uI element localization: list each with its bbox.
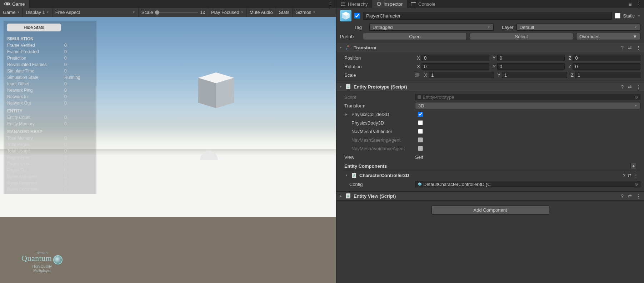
- foldout-icon[interactable]: ▼: [339, 46, 343, 49]
- tag-dropdown[interactable]: Untagged▼: [369, 24, 494, 31]
- constrain-scale-icon[interactable]: ⛓: [415, 72, 419, 77]
- foldout-icon[interactable]: ▶: [344, 113, 349, 116]
- subcomp-cc3d-header[interactable]: ▼ # CharacterController3D ? ⇄ ⋮: [344, 171, 640, 180]
- help-icon[interactable]: ?: [620, 45, 625, 50]
- display-dropdown[interactable]: Display 1▼: [23, 8, 52, 17]
- gizmos-dropdown[interactable]: Gizmos▼: [293, 8, 318, 17]
- prefab-overrides-dropdown[interactable]: Overrides▼: [576, 33, 640, 40]
- prefab-open-button[interactable]: Open: [363, 33, 467, 40]
- script-icon: #: [351, 172, 357, 179]
- svg-rect-13: [629, 4, 631, 6]
- navpath-label: NavMeshPathfinder: [351, 129, 415, 134]
- stats-row: Pages Used0: [4, 161, 96, 167]
- context-menu-icon[interactable]: ⋮: [635, 84, 642, 90]
- preset-icon[interactable]: ⇄: [628, 173, 631, 178]
- add-component-button[interactable]: Add Component: [431, 206, 549, 214]
- panel-menu-icon[interactable]: ⋮: [634, 0, 644, 8]
- help-icon[interactable]: ?: [620, 193, 625, 199]
- hide-stats-button[interactable]: Hide Stats: [7, 24, 61, 31]
- tab-game-label: Game: [12, 1, 25, 7]
- tab-inspector[interactable]: Inspector: [372, 0, 407, 8]
- scale-x-input[interactable]: [429, 72, 494, 78]
- scale-z-input[interactable]: [575, 72, 640, 78]
- navavoid-label: NavMeshAvoidanceAgent: [351, 146, 415, 151]
- position-x-input[interactable]: [421, 55, 489, 61]
- stats-row: Pages Full0: [4, 167, 96, 173]
- add-entity-component-button[interactable]: +: [630, 163, 637, 169]
- physics-collider-checkbox[interactable]: [418, 112, 423, 117]
- stats-row: Network Ping0: [4, 87, 96, 94]
- context-menu-icon[interactable]: ⋮: [635, 45, 642, 50]
- tab-hierarchy[interactable]: Hierarchy: [336, 0, 372, 8]
- svg-rect-12: [411, 2, 416, 3]
- script-icon: #: [345, 193, 351, 199]
- object-picker-icon[interactable]: ⊙: [635, 182, 638, 187]
- scale-label: Scale: [344, 72, 412, 78]
- layer-dropdown[interactable]: Default▼: [516, 24, 641, 31]
- stats-row: Bytes Commited0: [4, 186, 96, 193]
- stats-row: Bytes Allocated0: [4, 173, 96, 180]
- preset-icon[interactable]: ⇄: [627, 193, 633, 199]
- stats-row: Total Pages0: [4, 141, 96, 148]
- mute-audio-button[interactable]: Mute Audio: [247, 8, 276, 17]
- navavoid-checkbox: [418, 146, 423, 151]
- position-y-input[interactable]: [497, 55, 565, 61]
- component-transform-header[interactable]: ▼ Transform ? ⇄ ⋮: [336, 43, 644, 52]
- rotation-y-input[interactable]: [497, 63, 565, 70]
- preset-icon[interactable]: ⇄: [627, 84, 633, 90]
- view-value: Self: [415, 155, 423, 160]
- navsteer-label: NavMeshSteeringAgent: [351, 137, 415, 143]
- position-z-input[interactable]: [573, 55, 640, 61]
- svg-point-6: [341, 4, 342, 4]
- object-picker-icon[interactable]: ⊙: [635, 95, 638, 100]
- scale-y-input[interactable]: [502, 72, 567, 78]
- rotation-x-input[interactable]: [421, 63, 489, 70]
- foldout-icon[interactable]: ▼: [339, 85, 343, 89]
- component-transform-body: Position X Y Z Rotation X Y Z: [336, 52, 644, 82]
- gameobject-active-checkbox[interactable]: [354, 13, 360, 19]
- game-tabbar: Game ⋮: [0, 0, 336, 8]
- gameobject-name-input[interactable]: [363, 12, 612, 20]
- quantum-ring-icon: [53, 255, 63, 264]
- svg-point-3: [8, 3, 9, 4]
- game-view-dropdown[interactable]: Game▼: [0, 8, 23, 17]
- stats-button[interactable]: Stats: [276, 8, 293, 17]
- position-label: Position: [344, 55, 412, 61]
- stats-overlay: Hide Stats SIMULATIONFrame Verified0Fram…: [4, 21, 96, 194]
- stats-row: Simulate Time0: [4, 68, 96, 74]
- panel-menu-icon[interactable]: ⋮: [326, 0, 336, 8]
- inspector-icon: [376, 1, 381, 6]
- physics-body-checkbox[interactable]: [418, 120, 423, 125]
- context-menu-icon[interactable]: ⋮: [634, 173, 638, 178]
- stats-row: Prediction0: [4, 55, 96, 61]
- physics-body-label: PhysicsBody3D: [351, 120, 415, 126]
- cc3d-config-field[interactable]: DefaultCharacterController3D (C ⊙: [415, 181, 640, 187]
- proto-transform-dropdown[interactable]: 3D▼: [415, 102, 640, 109]
- help-icon[interactable]: ?: [620, 84, 625, 90]
- preset-icon[interactable]: ⇄: [627, 45, 633, 50]
- playmode-dropdown[interactable]: Play Focused▼: [208, 8, 246, 17]
- component-entityview-header[interactable]: ▶ # Entity View (Script) ? ⇄ ⋮: [336, 191, 644, 201]
- static-checkbox[interactable]: [615, 13, 620, 19]
- stats-section-header: SIMULATION: [4, 34, 96, 42]
- static-dropdown-caret[interactable]: ▼: [638, 14, 640, 17]
- context-menu-icon[interactable]: ⋮: [635, 193, 642, 199]
- game-toolbar: Game▼ Display 1▼ Free Aspect▼ Scale 1x P…: [0, 8, 336, 17]
- tab-console[interactable]: Console: [407, 0, 440, 8]
- help-icon[interactable]: ?: [623, 173, 625, 178]
- foldout-icon[interactable]: ▼: [344, 174, 349, 177]
- lock-icon[interactable]: [626, 0, 634, 8]
- navpath-checkbox[interactable]: [418, 129, 423, 134]
- entity-components-label: Entity Components: [344, 163, 387, 169]
- rotation-z-input[interactable]: [573, 63, 640, 70]
- prefab-label: Prefab: [340, 34, 360, 39]
- svg-text:#: #: [347, 194, 349, 198]
- script-asset-icon: [418, 95, 421, 99]
- component-entityproto-header[interactable]: ▼ # Entity Prototype (Script) ? ⇄ ⋮: [336, 82, 644, 91]
- game-viewport[interactable]: Hide Stats SIMULATIONFrame Verified0Fram…: [0, 17, 336, 283]
- aspect-dropdown[interactable]: Free Aspect▼: [53, 8, 138, 17]
- foldout-icon[interactable]: ▶: [339, 194, 343, 198]
- prefab-select-button[interactable]: Select: [470, 33, 574, 40]
- tab-game[interactable]: Game: [0, 0, 29, 8]
- scale-slider[interactable]: [155, 12, 198, 13]
